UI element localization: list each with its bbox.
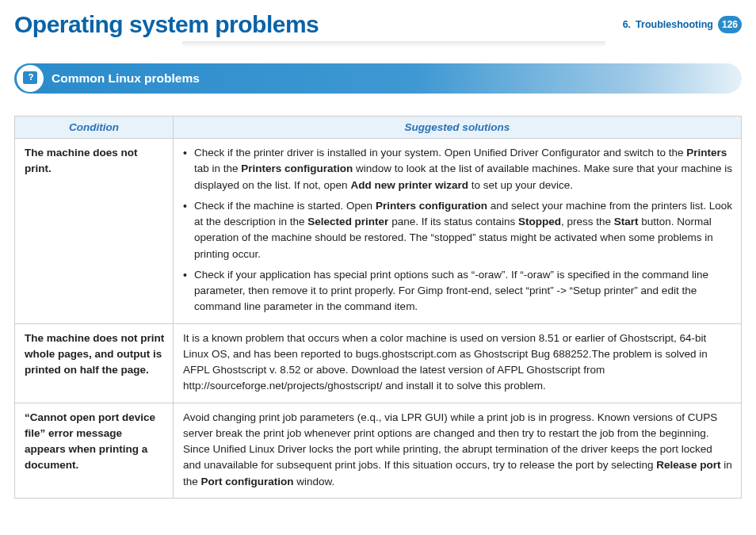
- section-title: Common Linux problems: [52, 71, 200, 86]
- book-question-icon: [17, 65, 44, 92]
- troubleshooting-table: Condition Suggested solutions The machin…: [14, 116, 742, 499]
- breadcrumb: 6. Troubleshooting 126: [623, 16, 742, 33]
- table-row: The machine does not print. Check if the…: [15, 139, 742, 324]
- table-row: The machine does not print whole pages, …: [15, 323, 742, 403]
- breadcrumb-text: Troubleshooting: [636, 19, 713, 30]
- list-item: Check if the machine is started. Open Pr…: [183, 198, 733, 262]
- page-title: Operating system problems: [14, 11, 319, 38]
- table-row: “Cannot open port device file” error mes…: [15, 403, 742, 498]
- list-item: Check if your application has special pr…: [183, 267, 733, 315]
- header-shadow: [182, 41, 605, 48]
- col-header-solutions: Suggested solutions: [174, 117, 742, 139]
- condition-cell: The machine does not print whole pages, …: [15, 323, 174, 403]
- solution-cell: Avoid changing print job parameters (e.q…: [174, 403, 742, 498]
- solution-cell: It is a known problem that occurs when a…: [174, 323, 742, 403]
- page-header: Operating system problems 6. Troubleshoo…: [0, 0, 756, 41]
- col-header-condition: Condition: [15, 117, 174, 139]
- content-section: Common Linux problems Condition Suggeste…: [0, 48, 756, 499]
- list-item: Check if the printer driver is installed…: [183, 145, 733, 193]
- page-number-badge: 126: [718, 16, 742, 33]
- condition-cell: “Cannot open port device file” error mes…: [15, 403, 174, 498]
- condition-cell: The machine does not print.: [15, 139, 174, 324]
- section-header: Common Linux problems: [14, 63, 742, 94]
- breadcrumb-number: 6.: [623, 19, 631, 30]
- solution-cell: Check if the printer driver is installed…: [174, 139, 742, 324]
